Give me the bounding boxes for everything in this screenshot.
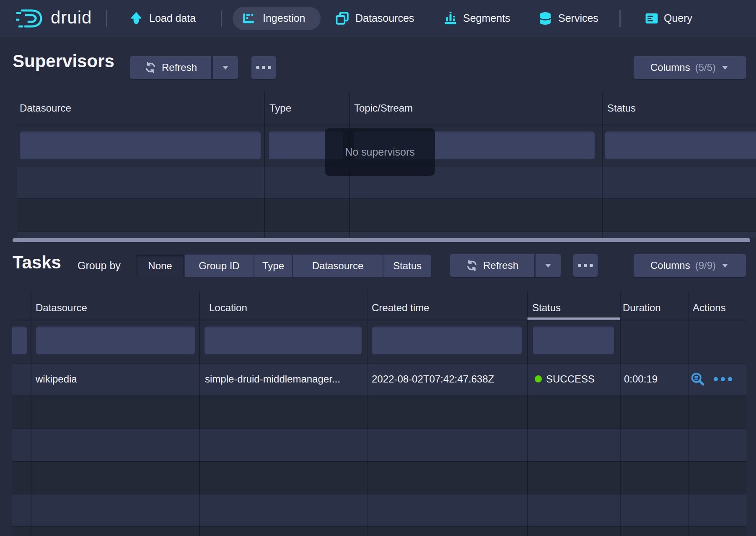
column-header-datasource[interactable]: Datasource	[20, 102, 71, 114]
table-row[interactable]	[17, 231, 756, 237]
group-by-none-button[interactable]: None	[136, 255, 185, 277]
filter-input-status[interactable]	[605, 131, 756, 160]
druid-logo-icon[interactable]	[16, 7, 45, 30]
table-row[interactable]	[12, 395, 746, 428]
nav-item-query[interactable]: Query	[664, 12, 692, 24]
group-by-label: Group by	[78, 260, 121, 272]
caret-down-icon	[721, 263, 729, 268]
supervisors-refresh-dropdown-button[interactable]	[212, 56, 238, 79]
brand-name[interactable]: druid	[51, 8, 92, 28]
query-icon	[645, 11, 659, 26]
column-header-created-time[interactable]: Created time	[372, 302, 429, 314]
nav-item-ingestion[interactable]: Ingestion	[263, 12, 305, 24]
task-datasource: wikipedia	[36, 373, 77, 385]
supervisors-columns-button[interactable]: Columns (5/5)	[633, 56, 746, 79]
column-divider	[527, 291, 528, 536]
nav-item-services[interactable]: Services	[558, 12, 598, 24]
status-success-dot	[535, 375, 542, 382]
tasks-table: Datasource Location Created time Status …	[12, 291, 746, 536]
group-by-datasource-button[interactable]: Datasource	[293, 255, 383, 277]
supervisors-more-button[interactable]	[251, 56, 276, 79]
table-row[interactable]	[12, 428, 746, 461]
columns-label: Columns	[650, 62, 690, 73]
filter-input-status[interactable]	[532, 326, 614, 355]
refresh-icon	[144, 61, 157, 74]
no-supervisors-message: No supervisors	[325, 128, 435, 176]
table-row[interactable]	[12, 461, 746, 494]
supervisors-refresh-button[interactable]: Refresh	[129, 56, 212, 79]
more-actions-icon[interactable]	[713, 376, 733, 382]
refresh-label: Refresh	[162, 62, 197, 73]
column-header-status[interactable]: Status	[607, 102, 636, 114]
supervisors-title: Supervisors	[13, 51, 114, 71]
columns-count: (9/9)	[695, 260, 716, 271]
more-icon	[256, 66, 271, 69]
column-divider	[602, 92, 603, 237]
nav-item-load-data[interactable]: Load data	[149, 12, 196, 24]
header-divider	[12, 320, 746, 320]
tasks-title: Tasks	[13, 252, 61, 273]
column-header-location[interactable]: Location	[209, 302, 247, 314]
services-icon	[538, 11, 552, 26]
top-nav: druid Load data Ingestion Datasources	[0, 0, 756, 37]
filter-input-datasource[interactable]	[36, 326, 195, 355]
ingestion-icon	[242, 12, 255, 26]
task-location: simple-druid-middlemanager...	[205, 373, 340, 385]
table-row[interactable]	[12, 526, 746, 536]
columns-count: (5/5)	[695, 62, 716, 73]
refresh-icon	[466, 259, 478, 272]
column-header-topic-stream[interactable]: Topic/Stream	[354, 102, 413, 114]
magnifier-details-icon[interactable]	[690, 372, 705, 387]
filter-input-datasource[interactable]	[20, 131, 261, 160]
nav-item-segments[interactable]: Segments	[463, 12, 510, 24]
column-divider	[31, 291, 31, 536]
more-icon	[578, 264, 593, 267]
caret-down-icon	[721, 65, 729, 70]
tasks-more-button[interactable]	[573, 254, 598, 277]
group-by-button-group: None Group ID Type Datasource Status	[136, 255, 431, 277]
tasks-columns-button[interactable]: Columns (9/9)	[633, 254, 746, 277]
caret-down-icon	[544, 263, 552, 268]
table-row[interactable]	[17, 198, 756, 231]
filter-input-first-column[interactable]	[12, 326, 27, 355]
tasks-refresh-button[interactable]: Refresh	[450, 254, 534, 277]
druid-console: druid Load data Ingestion Datasources	[0, 0, 756, 536]
refresh-label: Refresh	[483, 260, 518, 271]
group-by-type-button[interactable]: Type	[254, 255, 293, 277]
filter-input-location[interactable]	[204, 326, 362, 355]
tasks-refresh-dropdown-button[interactable]	[534, 254, 561, 277]
column-header-actions[interactable]: Actions	[693, 302, 726, 314]
caret-down-icon	[221, 65, 230, 70]
columns-label: Columns	[650, 260, 690, 271]
column-divider	[688, 291, 689, 536]
column-divider	[199, 291, 200, 536]
nav-divider	[221, 10, 222, 27]
column-divider	[264, 92, 265, 237]
group-by-status-button[interactable]: Status	[383, 255, 431, 277]
column-header-status[interactable]: Status	[532, 302, 561, 314]
column-header-datasource[interactable]: Datasource	[36, 302, 87, 314]
column-header-duration[interactable]: Duration	[623, 302, 661, 314]
table-row[interactable]	[12, 494, 746, 526]
filter-input-created-time[interactable]	[372, 326, 522, 355]
upload-icon	[129, 11, 143, 26]
group-by-group-id-button[interactable]: Group ID	[185, 255, 254, 277]
task-duration: 0:00:19	[624, 373, 658, 385]
column-divider	[367, 291, 368, 536]
column-header-type[interactable]: Type	[269, 102, 291, 114]
datasources-icon	[335, 11, 350, 26]
nav-divider	[106, 10, 107, 27]
task-created-time: 2022-08-02T07:42:47.638Z	[372, 373, 494, 385]
nav-divider	[619, 10, 621, 27]
segments-icon	[443, 11, 458, 26]
horizontal-scrollbar[interactable]	[13, 238, 750, 242]
task-status-badge: SUCCESS	[546, 373, 595, 385]
nav-item-datasources[interactable]: Datasources	[355, 12, 414, 24]
column-divider	[620, 291, 621, 536]
header-divider	[17, 125, 756, 125]
